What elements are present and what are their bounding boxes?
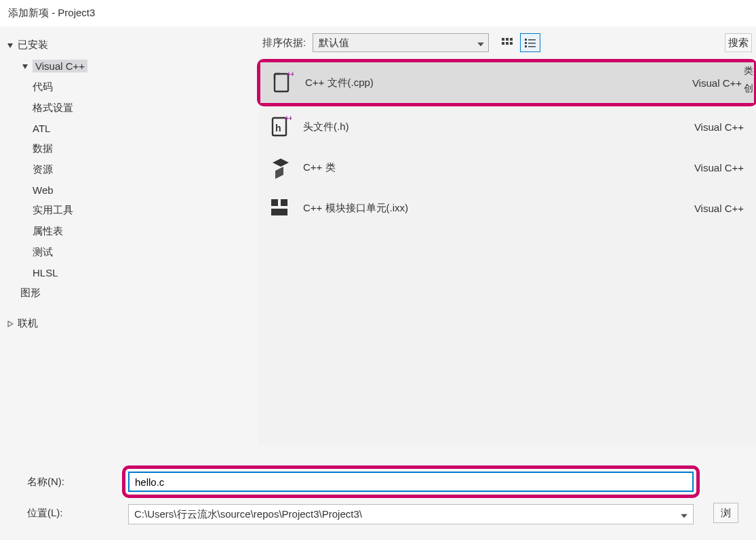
list-icon (525, 38, 536, 47)
chevron-down-icon (681, 509, 688, 520)
tree-item-code[interactable]: 代码 (30, 77, 258, 98)
svg-rect-3 (502, 42, 504, 45)
svg-rect-12 (275, 74, 288, 91)
name-label: 名称(N): (27, 476, 122, 489)
template-name: 头文件(.h) (303, 121, 694, 133)
svg-rect-8 (525, 42, 527, 44)
template-lang: Visual C++ (694, 162, 744, 173)
caret-right-icon (5, 319, 15, 329)
sort-label: 排序依据: (262, 37, 306, 49)
tree-item-graphics[interactable]: 图形 (18, 283, 258, 304)
tree-item-online[interactable]: 联机 (3, 313, 258, 334)
svg-rect-7 (528, 39, 536, 41)
svg-rect-6 (525, 39, 527, 41)
svg-rect-5 (510, 42, 513, 45)
template-row-module[interactable]: C++ 模块接口单元(.ixx) Visual C++ (258, 188, 756, 228)
svg-text:++: ++ (287, 71, 294, 78)
tree-item-atl[interactable]: ATL (30, 119, 258, 138)
template-name: C++ 类 (303, 161, 694, 174)
class-icon (268, 155, 292, 180)
view-list-button[interactable] (520, 33, 540, 52)
template-row-cpp[interactable]: ++ C++ 文件(.cpp) Visual C++ (260, 62, 754, 103)
svg-rect-19 (271, 209, 287, 215)
svg-rect-18 (281, 199, 287, 206)
right-panel-clipped: 类 创 (744, 34, 756, 95)
category-tree: 已安装 Visual C++ 代码 格式设置 ATL 数据 资源 Web 实用工… (0, 26, 258, 445)
dialog-title: 添加新项 - Project3 (0, 0, 756, 26)
caret-down-icon (20, 62, 30, 71)
header-file-icon: h ++ (268, 115, 292, 139)
location-select[interactable]: C:\Users\行云流水\source\repos\Project3\Proj… (128, 504, 694, 524)
sort-select[interactable]: 默认值 (313, 33, 489, 52)
browse-label: 浏 (721, 507, 731, 520)
svg-rect-17 (271, 199, 278, 206)
svg-text:++: ++ (285, 115, 292, 122)
chevron-down-icon (477, 37, 484, 49)
tree-item-test[interactable]: 测试 (30, 242, 258, 263)
template-lang: Visual C++ (694, 203, 744, 214)
svg-rect-1 (506, 38, 509, 41)
tree-item-formatting[interactable]: 格式设置 (30, 98, 258, 119)
template-row-class[interactable]: C++ 类 Visual C++ (258, 147, 756, 188)
tree-label: 联机 (18, 317, 38, 330)
tree-item-visualcpp[interactable]: Visual C++ (18, 56, 258, 77)
tree-item-web[interactable]: Web (30, 180, 258, 200)
grid-icon (502, 38, 513, 47)
location-value: C:\Users\行云流水\source\repos\Project3\Proj… (134, 508, 362, 521)
svg-rect-0 (502, 38, 504, 41)
svg-rect-11 (528, 46, 536, 47)
template-lang: Visual C++ (694, 121, 744, 133)
tree-item-resource[interactable]: 资源 (30, 159, 258, 180)
tree-label: Visual C++ (33, 60, 87, 72)
tree-item-prop[interactable]: 属性表 (30, 221, 258, 242)
template-name: C++ 模块接口单元(.ixx) (303, 202, 694, 215)
svg-rect-2 (510, 38, 513, 41)
svg-text:h: h (275, 123, 281, 133)
template-name: C++ 文件(.cpp) (305, 77, 692, 89)
tree-item-data[interactable]: 数据 (30, 138, 258, 159)
view-large-icons-button[interactable] (497, 33, 517, 52)
name-input[interactable] (128, 472, 694, 492)
tree-item-installed[interactable]: 已安装 (3, 35, 258, 56)
sort-select-value: 默认值 (319, 37, 349, 49)
module-icon (268, 196, 292, 220)
template-row-header[interactable]: h ++ 头文件(.h) Visual C++ (258, 106, 756, 147)
tree-item-util[interactable]: 实用工具 (30, 200, 258, 221)
tree-label: 已安装 (18, 39, 48, 51)
template-lang: Visual C++ (692, 77, 742, 89)
location-label: 位置(L): (27, 507, 122, 520)
cpp-file-icon: ++ (270, 70, 294, 95)
svg-rect-9 (528, 43, 536, 44)
svg-rect-4 (506, 42, 509, 45)
tree-item-hlsl[interactable]: HLSL (30, 263, 258, 283)
caret-down-icon (5, 41, 15, 50)
form-panel: 名称(N): 位置(L): C:\Users\行云流水\source\repos… (0, 462, 756, 533)
toolbar: 排序依据: 默认值 (258, 26, 756, 59)
svg-rect-10 (525, 45, 527, 47)
template-list: ++ C++ 文件(.cpp) Visual C++ h ++ 头文件(.h) (258, 59, 756, 445)
browse-button[interactable]: 浏 (713, 503, 738, 523)
